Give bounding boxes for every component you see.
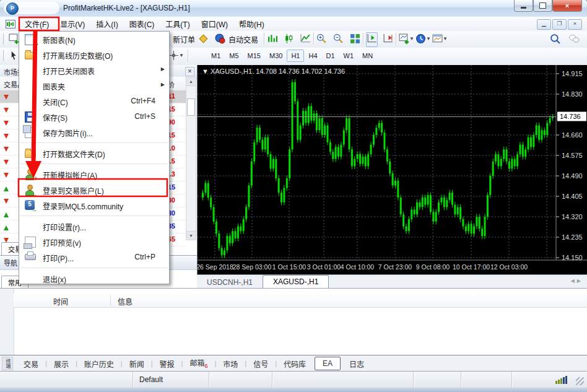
timeframe-W1[interactable]: W1 xyxy=(339,50,359,62)
file-menu-item-打开离线历史数据O[interactable]: →打开离线历史数据(O) xyxy=(19,47,169,63)
mdi-close-button[interactable]: × xyxy=(568,19,582,30)
timeframe-H1[interactable]: H1 xyxy=(287,50,304,62)
chart-tab-xagusdh1[interactable]: XAGUSD-,H1 xyxy=(263,275,329,289)
open-offline-folder-icon: → xyxy=(25,52,36,59)
candlestick-chart[interactable]: 14.73614.91514.83014.66014.57514.49014.4… xyxy=(198,65,587,274)
close-button[interactable]: × xyxy=(552,0,582,12)
menu-view[interactable]: 显示(V) xyxy=(54,17,90,31)
mdi-minimize-button[interactable]: ▁ xyxy=(537,19,551,30)
periods-dropdown-caret[interactable]: ▼ xyxy=(426,36,431,47)
file-menu-item-打印预览v[interactable]: 打印预览(v) xyxy=(19,234,169,250)
file-menu-item-退出x[interactable]: 退出(x) xyxy=(19,271,169,286)
status-profile-cell[interactable]: Default xyxy=(133,372,209,388)
search-icon[interactable] xyxy=(550,33,560,44)
file-menu-item-打开已关闭图表[interactable]: 打开已关闭图表▶ xyxy=(19,63,169,78)
chart-tabs-nav-arrows[interactable]: ◀▶ xyxy=(571,278,583,284)
scroll-up-icon[interactable]: ▲ xyxy=(186,77,196,86)
file-menu-item-新图表N[interactable]: +新图表(N) xyxy=(19,32,169,47)
timeframe-M15[interactable]: M15 xyxy=(243,50,265,62)
resize-grip[interactable] xyxy=(576,377,584,385)
terminal-tab-代码库[interactable]: 代码库 xyxy=(277,356,313,372)
column-divider[interactable] xyxy=(110,295,111,306)
svg-text:28 Sep 03:00: 28 Sep 03:00 xyxy=(233,263,272,271)
chart-window[interactable]: 14.73614.91514.83014.66014.57514.49014.4… xyxy=(197,65,587,274)
maximize-button[interactable] xyxy=(533,0,552,12)
toolbar-separator xyxy=(264,33,264,45)
funnel-icon[interactable] xyxy=(198,33,209,44)
tile-windows-icon[interactable] xyxy=(350,33,360,44)
terminal-tab-日志[interactable]: 日志 xyxy=(342,356,371,372)
menu-item-shortcut: Ctrl+S xyxy=(134,112,155,121)
line-chart-icon[interactable] xyxy=(300,33,311,44)
timeframe-MN[interactable]: MN xyxy=(358,50,377,62)
cursor-icon[interactable] xyxy=(9,50,19,61)
menu-item-label: 打开离线历史数据(O) xyxy=(43,50,113,61)
status-cell xyxy=(414,372,461,388)
file-menu-item-关闭C[interactable]: 关闭(C)Ctrl+F4 xyxy=(19,94,169,109)
timeframe-M5[interactable]: M5 xyxy=(225,50,243,62)
scroll-down-icon[interactable]: ▼ xyxy=(186,231,196,240)
toolbar-grip[interactable] xyxy=(3,33,7,45)
scrollbar-thumb[interactable] xyxy=(187,98,195,116)
file-menu-item-图表夹[interactable]: 图表夹▶ xyxy=(19,78,169,94)
menu-charts[interactable]: 图表(C) xyxy=(124,17,160,31)
menu-item-label: 退出(x) xyxy=(43,274,66,284)
zoom-in-icon[interactable] xyxy=(316,33,327,44)
auto-scroll-icon[interactable] xyxy=(383,33,393,44)
candlestick-icon[interactable] xyxy=(284,33,294,44)
menu-window[interactable]: 窗口(W) xyxy=(196,17,233,31)
timeframe-M30[interactable]: M30 xyxy=(265,50,287,62)
menu-tools[interactable]: 工具(T) xyxy=(160,17,195,31)
svg-text:14.575: 14.575 xyxy=(562,152,583,159)
indicators-dropdown-caret[interactable]: ▼ xyxy=(409,36,414,47)
templates-icon[interactable] xyxy=(432,33,443,44)
autotrading-button[interactable]: 自动交易 xyxy=(225,32,261,46)
svg-text:1 Oct 15:00: 1 Oct 15:00 xyxy=(272,263,306,271)
terminal-tab-账户历史[interactable]: 账户历史 xyxy=(77,356,121,372)
terminal-tab-邮箱[interactable]: 邮箱6 xyxy=(183,355,214,372)
terminal-tab-市场[interactable]: 市场 xyxy=(216,356,245,372)
window-frame-bottom xyxy=(0,388,587,392)
timeframe-D1[interactable]: D1 xyxy=(322,50,339,62)
crosshair-icon[interactable] xyxy=(168,50,179,61)
file-menu-item-打印设置r[interactable]: 打印设置(r)... xyxy=(19,219,169,234)
terminal-tab-警报[interactable]: 警报 xyxy=(153,356,181,372)
file-menu-item-保存S[interactable]: 保存(S)Ctrl+S xyxy=(19,109,169,124)
message-column-header[interactable]: 信息 xyxy=(118,296,133,307)
mdi-restore-button[interactable]: ❐ xyxy=(552,19,567,30)
minimize-button[interactable] xyxy=(514,0,533,12)
chat-icon[interactable] xyxy=(569,33,580,44)
cursor-dropdown-caret[interactable]: ▼ xyxy=(179,53,184,64)
chart-tab-usdcnhh1[interactable]: USDCNH-,H1 xyxy=(197,276,263,289)
terminal-tab-新闻[interactable]: 新闻 xyxy=(123,356,151,372)
app-logo-icon: P xyxy=(6,2,19,15)
new-chart-icon[interactable] xyxy=(9,33,19,44)
terminal-tab-交易[interactable]: 交易 xyxy=(17,356,45,372)
terminal-tab-ea[interactable]: EA xyxy=(315,357,341,370)
toolbar-grip[interactable] xyxy=(3,50,7,61)
timeframe-H4[interactable]: H4 xyxy=(304,50,321,62)
bar-chart-icon[interactable] xyxy=(267,33,277,44)
menu-item-label: 打印预览(v) xyxy=(43,237,81,248)
zoom-out-icon[interactable] xyxy=(333,33,344,44)
periods-clock-icon[interactable] xyxy=(415,33,426,44)
new-order-button[interactable]: 新订单 xyxy=(170,32,198,46)
menu-file[interactable]: 文件(F) xyxy=(19,17,54,31)
svg-text:14.490: 14.490 xyxy=(562,172,583,180)
terminal-tab-信号[interactable]: 信号 xyxy=(246,356,275,372)
time-column-header[interactable]: 时间 xyxy=(53,296,68,307)
terminal-tab-展示[interactable]: 展示 xyxy=(47,356,76,372)
file-menu-item-登录到交易账户L[interactable]: →登录到交易账户(L) xyxy=(19,182,169,198)
file-menu-item-开新模拟帐户A[interactable]: +开新模拟帐户(A) xyxy=(19,167,169,182)
svg-text:12 Oct 03:00: 12 Oct 03:00 xyxy=(490,263,528,271)
market-watch-scrollbar[interactable]: ▲ ▼ xyxy=(186,77,196,240)
account-login-icon: → xyxy=(25,185,35,194)
menu-item-shortcut: Ctrl+P xyxy=(134,253,155,261)
indicators-icon[interactable] xyxy=(399,33,409,44)
market-watch-close-icon[interactable]: ✕ xyxy=(185,67,194,76)
templates-dropdown-caret[interactable]: ▼ xyxy=(443,36,448,47)
menu-help[interactable]: 帮助(H) xyxy=(233,17,270,31)
chart-shift-icon[interactable] xyxy=(367,33,377,44)
timeframe-M1[interactable]: M1 xyxy=(207,50,225,62)
menu-insert[interactable]: 插入(I) xyxy=(90,17,123,31)
